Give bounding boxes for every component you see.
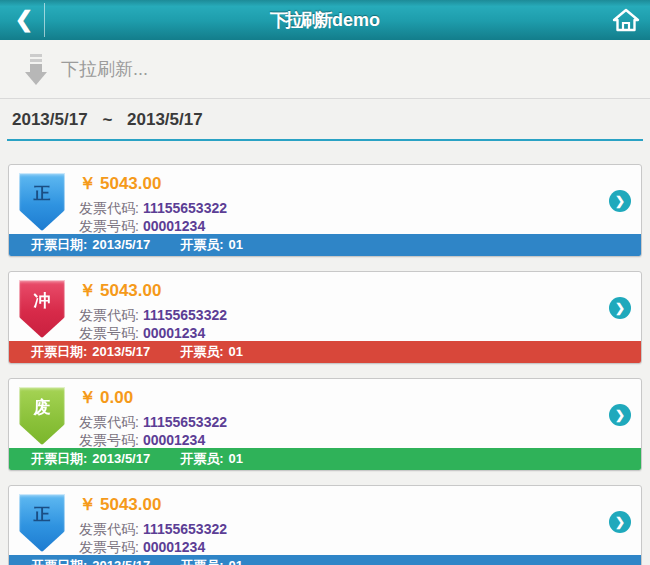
invoice-card[interactable]: 正 ￥5043.00 发票代码:11155653322 发票号码:0000123… bbox=[8, 164, 642, 257]
operator-value: 01 bbox=[229, 558, 243, 565]
arrow-dash bbox=[30, 59, 42, 62]
operator-value: 01 bbox=[229, 451, 243, 466]
back-chevron-icon: ❮ bbox=[15, 7, 33, 32]
status-badge-label: 冲 bbox=[19, 289, 65, 312]
invoice-footer: 开票日期:2013/5/17开票员:01 bbox=[9, 234, 641, 256]
operator-label: 开票员: bbox=[180, 237, 223, 252]
currency-symbol: ￥ bbox=[79, 174, 96, 193]
invoice-code-label: 发票代码: bbox=[79, 414, 139, 430]
amount-value: 5043.00 bbox=[100, 281, 161, 300]
operator-label: 开票员: bbox=[180, 451, 223, 466]
invoice-number-value: 00001234 bbox=[143, 539, 205, 555]
invoice-number-label: 发票号码: bbox=[79, 218, 139, 234]
pull-to-refresh[interactable]: 下拉刷新... bbox=[0, 40, 650, 99]
operator-label: 开票员: bbox=[180, 344, 223, 359]
invoice-amount: ￥5043.00 bbox=[79, 172, 641, 195]
header-divider bbox=[44, 3, 45, 37]
detail-chevron-icon[interactable]: ❯ bbox=[609, 511, 631, 533]
issue-date-value: 2013/5/17 bbox=[92, 237, 150, 252]
invoice-card[interactable]: 正 ￥5043.00 发票代码:11155653322 发票号码:0000123… bbox=[8, 485, 642, 565]
invoice-code-row: 发票代码:11155653322 bbox=[79, 199, 641, 217]
arrow-stem bbox=[30, 64, 42, 72]
status-badge: 正 bbox=[19, 494, 65, 552]
status-badge-label: 正 bbox=[19, 503, 65, 526]
invoice-card[interactable]: 废 ￥0.00 发票代码:11155653322 发票号码:00001234 ❯… bbox=[8, 378, 642, 471]
arrow-head bbox=[25, 72, 47, 85]
issue-date-label: 开票日期: bbox=[31, 558, 87, 565]
invoice-code-row: 发票代码:11155653322 bbox=[79, 520, 641, 538]
invoice-footer: 开票日期:2013/5/17开票员:01 bbox=[9, 448, 641, 470]
chevron-glyph: ❯ bbox=[615, 408, 625, 422]
invoice-summary: ￥5043.00 发票代码:11155653322 发票号码:00001234 bbox=[79, 165, 641, 235]
operator-label: 开票员: bbox=[180, 558, 223, 565]
home-icon bbox=[612, 8, 640, 32]
invoice-code-value: 11155653322 bbox=[143, 521, 227, 537]
invoice-footer: 开票日期:2013/5/17开票员:01 bbox=[9, 555, 641, 565]
issue-date-value: 2013/5/17 bbox=[92, 344, 150, 359]
invoice-code-row: 发票代码:11155653322 bbox=[79, 306, 641, 324]
invoice-number-value: 00001234 bbox=[143, 218, 205, 234]
invoice-code-label: 发票代码: bbox=[79, 307, 139, 323]
invoice-list: 正 ￥5043.00 发票代码:11155653322 发票号码:0000123… bbox=[0, 141, 650, 565]
amount-value: 5043.00 bbox=[100, 174, 161, 193]
invoice-code-label: 发票代码: bbox=[79, 200, 139, 216]
back-button[interactable]: ❮ bbox=[6, 0, 42, 40]
invoice-code-value: 11155653322 bbox=[143, 200, 227, 216]
detail-chevron-icon[interactable]: ❯ bbox=[609, 404, 631, 426]
invoice-number-row: 发票号码:00001234 bbox=[79, 217, 641, 235]
status-badge: 正 bbox=[19, 173, 65, 231]
invoice-number-value: 00001234 bbox=[143, 432, 205, 448]
operator-value: 01 bbox=[229, 237, 243, 252]
chevron-glyph: ❯ bbox=[615, 515, 625, 529]
arrow-dash bbox=[30, 54, 42, 57]
date-range-filter[interactable]: 2013/5/17 ~ 2013/5/17 bbox=[7, 99, 643, 141]
issue-date-value: 2013/5/17 bbox=[92, 558, 150, 565]
page-title-suffix: demo bbox=[332, 10, 380, 30]
invoice-number-row: 发票号码:00001234 bbox=[79, 431, 641, 449]
page-title: 下拉刷新demo bbox=[60, 0, 590, 40]
issue-date-label: 开票日期: bbox=[31, 237, 87, 252]
invoice-number-label: 发票号码: bbox=[79, 539, 139, 555]
operator-value: 01 bbox=[229, 344, 243, 359]
invoice-summary: ￥0.00 发票代码:11155653322 发票号码:00001234 bbox=[79, 379, 641, 449]
invoice-code-value: 11155653322 bbox=[143, 307, 227, 323]
chevron-glyph: ❯ bbox=[615, 301, 625, 315]
date-separator: ~ bbox=[102, 110, 112, 129]
currency-symbol: ￥ bbox=[79, 281, 96, 300]
invoice-code-row: 发票代码:11155653322 bbox=[79, 413, 641, 431]
app-window: ❮ 下拉刷新demo 下拉刷新... 2013/5/17 ~ 2013/5/17… bbox=[0, 0, 650, 565]
invoice-card[interactable]: 冲 ￥5043.00 发票代码:11155653322 发票号码:0000123… bbox=[8, 271, 642, 364]
pull-refresh-label: 下拉刷新... bbox=[61, 57, 148, 81]
currency-symbol: ￥ bbox=[79, 495, 96, 514]
page-title-cn: 下拉刷新 bbox=[270, 10, 330, 30]
home-button[interactable] bbox=[612, 8, 640, 32]
detail-chevron-icon[interactable]: ❯ bbox=[609, 190, 631, 212]
invoice-summary: ￥5043.00 发票代码:11155653322 发票号码:00001234 bbox=[79, 272, 641, 342]
invoice-amount: ￥5043.00 bbox=[79, 279, 641, 302]
detail-chevron-icon[interactable]: ❯ bbox=[609, 297, 631, 319]
invoice-code-value: 11155653322 bbox=[143, 414, 227, 430]
invoice-number-row: 发票号码:00001234 bbox=[79, 324, 641, 342]
invoice-amount: ￥0.00 bbox=[79, 386, 641, 409]
invoice-amount: ￥5043.00 bbox=[79, 493, 641, 516]
invoice-summary: ￥5043.00 发票代码:11155653322 发票号码:00001234 bbox=[79, 486, 641, 556]
status-badge: 冲 bbox=[19, 280, 65, 338]
status-badge: 废 bbox=[19, 387, 65, 445]
invoice-footer: 开票日期:2013/5/17开票员:01 bbox=[9, 341, 641, 363]
pull-arrow-down-icon bbox=[25, 54, 47, 85]
currency-symbol: ￥ bbox=[79, 388, 96, 407]
amount-value: 5043.00 bbox=[100, 495, 161, 514]
invoice-code-label: 发票代码: bbox=[79, 521, 139, 537]
issue-date-value: 2013/5/17 bbox=[92, 451, 150, 466]
issue-date-label: 开票日期: bbox=[31, 344, 87, 359]
invoice-number-value: 00001234 bbox=[143, 325, 205, 341]
invoice-number-label: 发票号码: bbox=[79, 325, 139, 341]
issue-date-label: 开票日期: bbox=[31, 451, 87, 466]
invoice-number-row: 发票号码:00001234 bbox=[79, 538, 641, 556]
chevron-glyph: ❯ bbox=[615, 194, 625, 208]
start-date[interactable]: 2013/5/17 bbox=[12, 110, 88, 129]
header-bar: ❮ 下拉刷新demo bbox=[0, 0, 650, 40]
end-date[interactable]: 2013/5/17 bbox=[127, 110, 203, 129]
invoice-number-label: 发票号码: bbox=[79, 432, 139, 448]
status-badge-label: 废 bbox=[19, 396, 65, 419]
